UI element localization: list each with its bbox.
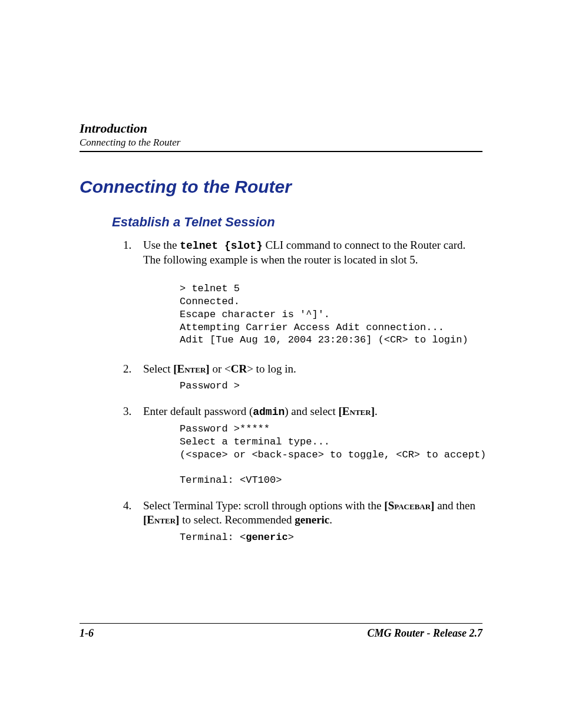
step-text: .: [329, 513, 332, 526]
recommended-value: generic: [295, 513, 329, 526]
step-text: Enter default password (: [143, 405, 253, 417]
step-text: Select: [143, 363, 173, 375]
section-path: Connecting to the Router: [80, 137, 482, 149]
step-text: or <: [210, 363, 231, 375]
page: Introduction Connecting to the Router Co…: [0, 0, 562, 728]
step-text: > to log in.: [247, 363, 296, 375]
key-spacebar: [Spacebar]: [384, 499, 434, 512]
step-text: Use the: [143, 239, 180, 251]
page-number: 1-6: [80, 627, 94, 640]
step-3: 3. Enter default password (admin) and se…: [123, 404, 482, 487]
step-2: 2. Select [Enter] or <CR> to log in. Pas…: [123, 362, 482, 393]
step-text: Select Terminal Type: scroll through opt…: [143, 499, 384, 512]
cli-command: telnet {slot}: [180, 240, 262, 252]
step-1: 1. Use the telnet {slot} CLI command to …: [123, 238, 482, 347]
key-enter: [Enter]: [339, 405, 375, 417]
password-literal: admin: [253, 406, 285, 418]
chapter-name: Introduction: [80, 121, 482, 136]
step-list: 1. Use the telnet {slot} CLI command to …: [123, 238, 482, 543]
step-text: ) and select: [285, 405, 338, 417]
step-text: .: [375, 405, 378, 417]
key-enter: [Enter]: [173, 363, 209, 375]
step-number: 2.: [123, 362, 131, 376]
footer: 1-6 CMG Router - Release 2.7: [80, 623, 482, 640]
footer-rule: [80, 623, 482, 624]
step-number: 4.: [123, 499, 131, 513]
key-enter: [Enter]: [143, 513, 179, 526]
page-title: Connecting to the Router: [80, 177, 482, 197]
key-cr: CR: [231, 363, 247, 375]
step-4: 4. Select Terminal Type: scroll through …: [123, 499, 482, 543]
terminal-output: > telnet 5 Connected. Escape character i…: [180, 282, 482, 347]
doc-title: CMG Router - Release 2.7: [368, 627, 483, 640]
terminal-output: Terminal: <generic>: [180, 531, 482, 544]
step-text: and then: [434, 499, 475, 512]
header-rule: [80, 151, 482, 152]
terminal-output: Password >: [180, 380, 482, 393]
subsection-title: Establish a Telnet Session: [112, 215, 482, 230]
step-text: to select. Recommended: [179, 513, 295, 526]
step-number: 1.: [123, 238, 131, 252]
terminal-output: Password >***** Select a terminal type..…: [180, 423, 482, 487]
running-head: Introduction Connecting to the Router: [80, 121, 482, 152]
step-number: 3.: [123, 404, 131, 419]
